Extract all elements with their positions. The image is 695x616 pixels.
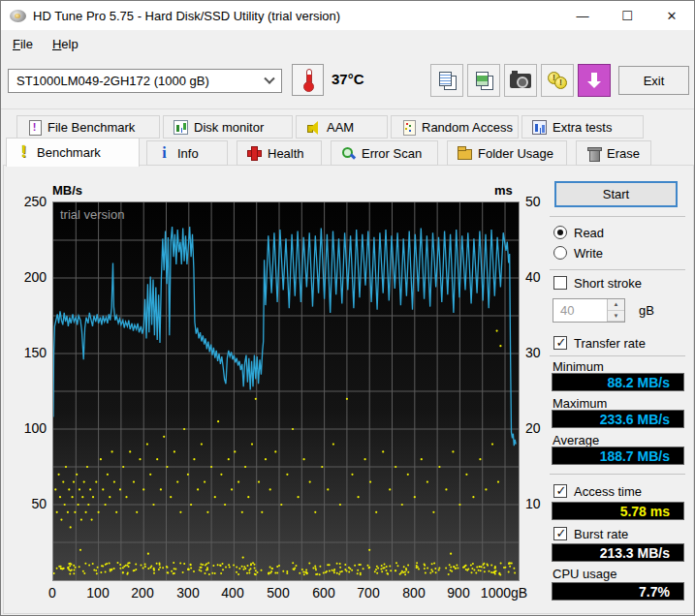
tab-label: Extra tests bbox=[553, 120, 612, 135]
tab-label: Info bbox=[177, 146, 199, 161]
left-axis-unit: MB/s bbox=[52, 183, 82, 198]
health-cross-icon bbox=[247, 146, 262, 161]
burst-rate-label: Burst rate bbox=[574, 527, 628, 541]
menu-help[interactable]: Help bbox=[43, 33, 88, 55]
x-axis-label: 0 bbox=[48, 585, 56, 601]
short-stroke-checkbox[interactable] bbox=[553, 276, 567, 290]
tab-label: Disk monitor bbox=[194, 120, 264, 135]
tab-aam[interactable]: AAM bbox=[296, 115, 388, 139]
separator bbox=[550, 216, 685, 217]
drive-selector[interactable]: ST1000LM049-2GH172 (1000 gB) bbox=[8, 69, 282, 93]
read-radio-row[interactable]: Read bbox=[553, 225, 604, 240]
x-axis-label: 900 bbox=[447, 585, 469, 601]
right-axis-unit: ms bbox=[494, 183, 513, 198]
temperature-value: 37°C bbox=[332, 71, 364, 87]
copy-text-icon bbox=[438, 72, 456, 89]
speaker-icon bbox=[306, 120, 321, 135]
menu-file[interactable]: File bbox=[3, 33, 43, 55]
trial-watermark: trial version bbox=[60, 207, 124, 222]
app-icon bbox=[10, 10, 26, 22]
screenshot-button[interactable] bbox=[504, 64, 537, 97]
cpu-usage-label: CPU usage bbox=[553, 567, 616, 581]
add-to-queue-button[interactable] bbox=[578, 64, 611, 97]
random-access-icon bbox=[401, 120, 416, 135]
start-button[interactable]: Start bbox=[554, 181, 678, 207]
x-axis-label: 800 bbox=[402, 585, 425, 601]
minimize-button[interactable]: — bbox=[560, 1, 605, 30]
file-benchmark-icon bbox=[27, 120, 42, 135]
short-stroke-row[interactable]: Short stroke bbox=[553, 275, 642, 291]
copy-image-button[interactable] bbox=[467, 64, 500, 97]
x-axis-label: 300 bbox=[176, 585, 199, 601]
trash-icon bbox=[586, 146, 601, 161]
exit-button[interactable]: Exit bbox=[618, 66, 689, 95]
write-label: Write bbox=[574, 246, 603, 261]
tab-label: Health bbox=[268, 146, 304, 161]
y-axis-label-right: 30 bbox=[525, 345, 541, 360]
y-axis-label-left: 200 bbox=[6, 269, 47, 285]
x-axis-label: 200 bbox=[131, 585, 153, 601]
minimum-value: 88.2 MB/s bbox=[552, 373, 684, 391]
x-axis-label: 1000gB bbox=[481, 585, 527, 601]
folder-icon bbox=[458, 149, 472, 160]
tab-label: AAM bbox=[327, 120, 354, 135]
transfer-rate-row[interactable]: Transfer rate bbox=[553, 335, 646, 351]
maximum-label: Maximum bbox=[553, 396, 607, 411]
camera-icon bbox=[510, 74, 531, 88]
write-radio[interactable] bbox=[553, 246, 567, 260]
short-stroke-value: 40 bbox=[553, 299, 607, 322]
down-arrow-icon bbox=[587, 72, 601, 89]
benchmark-page: MB/s ms trial version 250200150100505040… bbox=[3, 165, 694, 614]
write-radio-row[interactable]: Write bbox=[553, 245, 603, 261]
disk-monitor-icon bbox=[174, 120, 188, 135]
tab-benchmark[interactable]: Benchmark bbox=[6, 138, 140, 167]
short-stroke-stepper[interactable]: 40 ▲ ▼ bbox=[553, 298, 625, 323]
maximize-button[interactable]: ☐ bbox=[605, 1, 649, 30]
tab-label: Erase bbox=[607, 146, 640, 161]
tab-health[interactable]: Health bbox=[237, 140, 322, 166]
tab-error-scan[interactable]: Error Scan bbox=[331, 140, 438, 166]
minimum-label: Minimum bbox=[553, 359, 604, 374]
temperature-indicator bbox=[292, 64, 324, 96]
stepper-down-button[interactable]: ▼ bbox=[608, 311, 624, 323]
burst-rate-row[interactable]: Burst rate bbox=[553, 526, 628, 541]
drive-selector-value: ST1000LM049-2GH172 (1000 gB) bbox=[16, 74, 209, 88]
tab-label: Benchmark bbox=[37, 145, 101, 160]
access-time-value: 5.78 ms bbox=[552, 502, 684, 520]
tab-info[interactable]: Info bbox=[146, 140, 228, 166]
copy-text-button[interactable] bbox=[430, 64, 463, 97]
y-axis-label-left: 100 bbox=[6, 420, 47, 436]
magnifier-icon bbox=[341, 146, 356, 161]
copy-image-icon bbox=[475, 72, 492, 89]
app-window: HD Tune Pro 5.75 - Hard Disk/SSD Utility… bbox=[0, 0, 695, 616]
separator bbox=[550, 269, 685, 270]
tab-disk-monitor[interactable]: Disk monitor bbox=[163, 115, 293, 139]
toolbar: ST1000LM049-2GH172 (1000 gB) 37°C Exit bbox=[1, 57, 694, 109]
chevron-down-icon bbox=[264, 73, 274, 83]
tab-random-access[interactable]: Random Access bbox=[391, 115, 519, 139]
stepper-up-button[interactable]: ▲ bbox=[608, 299, 624, 311]
access-time-checkbox[interactable] bbox=[553, 484, 567, 498]
y-axis-label-right: 40 bbox=[525, 269, 541, 285]
x-axis-label: 600 bbox=[312, 585, 334, 601]
tab-erase[interactable]: Erase bbox=[576, 140, 651, 166]
close-button[interactable]: ✕ bbox=[649, 1, 694, 30]
burst-rate-value: 213.3 MB/s bbox=[552, 543, 684, 562]
window-title: HD Tune Pro 5.75 - Hard Disk/SSD Utility… bbox=[33, 9, 340, 23]
transfer-rate-label: Transfer rate bbox=[574, 336, 646, 351]
burst-rate-checkbox[interactable] bbox=[553, 527, 567, 540]
read-radio[interactable] bbox=[553, 226, 567, 239]
tab-folder-usage[interactable]: Folder Usage bbox=[447, 140, 567, 166]
save-results-button[interactable] bbox=[541, 64, 574, 97]
tab-file-benchmark[interactable]: File Benchmark bbox=[16, 115, 160, 139]
thermometer-icon bbox=[303, 69, 313, 92]
transfer-rate-checkbox[interactable] bbox=[553, 336, 567, 350]
benchmark-icon bbox=[16, 145, 31, 160]
maximum-value: 233.6 MB/s bbox=[552, 410, 684, 428]
tab-extra-tests[interactable]: Extra tests bbox=[521, 115, 644, 139]
y-axis-label-left: 250 bbox=[6, 194, 47, 209]
extra-tests-icon bbox=[532, 120, 547, 135]
read-label: Read bbox=[574, 226, 604, 240]
access-time-row[interactable]: Access time bbox=[553, 483, 642, 499]
tab-label: Random Access bbox=[422, 120, 513, 135]
